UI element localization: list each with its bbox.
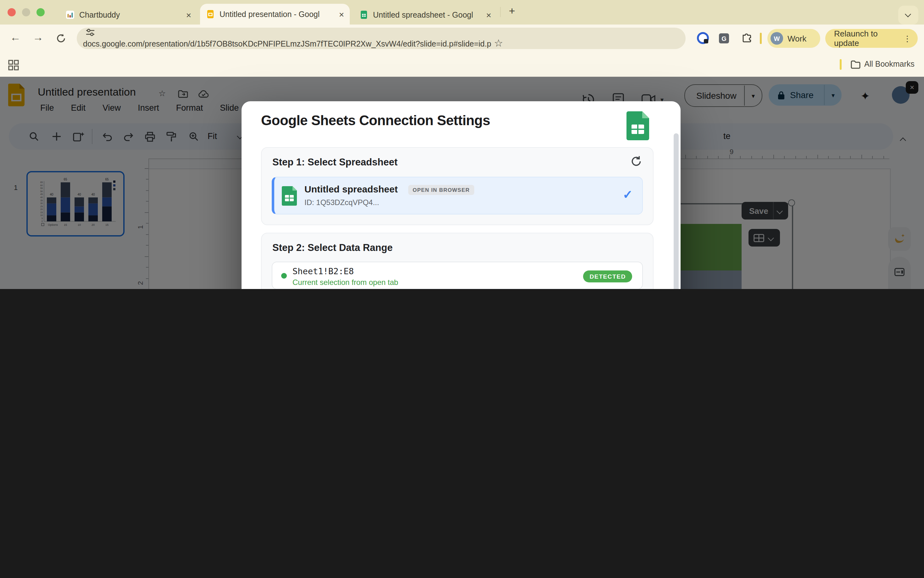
detected-badge: DETECTED: [583, 270, 632, 283]
range-note: Current selection from open tab: [292, 278, 398, 287]
status-dot-icon: [281, 273, 287, 279]
new-tab-button[interactable]: +: [509, 5, 515, 18]
extensions-puzzle-icon[interactable]: [741, 32, 753, 44]
spreadsheet-id: ID: 1Q53DZcqVPQ4...: [304, 198, 379, 207]
sheets-favicon-icon: [360, 11, 368, 19]
dialog-scrollbar[interactable]: [674, 133, 679, 289]
bookmarks-divider: [840, 59, 841, 70]
password-manager-icon[interactable]: [697, 32, 709, 44]
tab-spreadsheet[interactable]: Untitled spreadsheet - Googl ×: [354, 5, 497, 24]
bookmark-star-icon[interactable]: ☆: [494, 38, 503, 49]
selected-check-icon: ✓: [623, 187, 633, 202]
range-row[interactable]: Sheet1!B2:E8 Current selection from open…: [272, 261, 643, 289]
sheets-connection-dialog: Google Sheets Connection Settings Step 1…: [242, 101, 680, 289]
traffic-minimize-icon[interactable]: [22, 8, 30, 16]
step2-card: Step 2: Select Data Range Sheet1!B2:E8 C…: [261, 233, 654, 289]
step1-card: Step 1: Select Spreadsheet Untitled spre…: [261, 147, 654, 225]
bookmarks-bar: All Bookmarks: [0, 53, 924, 77]
tab-close-icon[interactable]: ×: [339, 9, 344, 19]
url-text: docs.google.com/presentation/d/1b5f7OB8t…: [83, 40, 491, 49]
reload-icon[interactable]: [55, 33, 67, 44]
apps-grid-icon[interactable]: [8, 60, 19, 70]
tab-chartbuddy[interactable]: Chartbuddy ×: [60, 5, 197, 24]
address-bar[interactable]: docs.google.com/presentation/d/1b5f7OB8t…: [77, 28, 685, 49]
tab-close-icon[interactable]: ×: [186, 10, 191, 20]
traffic-close-icon[interactable]: [8, 8, 16, 16]
spreadsheet-name: Untitled spreadsheet: [304, 183, 398, 194]
back-icon[interactable]: ←: [10, 31, 21, 44]
step1-heading: Step 1: Select Spreadsheet: [272, 157, 398, 168]
open-in-browser-badge: OPEN IN BROWSER: [408, 185, 474, 195]
relaunch-button[interactable]: Relaunch to update ⋮: [825, 29, 918, 48]
folder-icon: [850, 60, 861, 69]
dialog-title: Google Sheets Connection Settings: [261, 113, 490, 129]
refresh-icon[interactable]: [630, 155, 642, 167]
profile-label: Work: [788, 34, 806, 43]
step2-heading: Step 2: Select Data Range: [272, 242, 393, 253]
google-sheets-icon: [627, 111, 649, 140]
screen: Chartbuddy × Untitled presentation - Goo…: [0, 0, 924, 289]
relaunch-label: Relaunch to update: [834, 29, 903, 48]
forward-icon[interactable]: →: [33, 31, 44, 44]
all-bookmarks-button[interactable]: All Bookmarks: [864, 60, 914, 68]
tab-search-button[interactable]: [898, 6, 918, 24]
avatar: W: [771, 32, 783, 45]
toolbar-divider: [760, 33, 762, 44]
g-extension-icon[interactable]: G: [719, 33, 729, 44]
tab-presentation[interactable]: Untitled presentation - Googl ×: [200, 4, 350, 24]
site-settings-icon[interactable]: [86, 28, 95, 37]
traffic-zoom-icon[interactable]: [36, 8, 45, 16]
range-text: Sheet1!B2:E8: [292, 266, 354, 276]
tab-strip: Chartbuddy × Untitled presentation - Goo…: [0, 0, 924, 24]
tab-title: Untitled presentation - Googl: [219, 10, 333, 19]
tab-close-icon[interactable]: ×: [486, 10, 491, 20]
url-toolbar: ← → docs.google.com/presentation/d/1b5f7…: [0, 24, 924, 53]
spreadsheet-item[interactable]: Untitled spreadsheet OPEN IN BROWSER ID:…: [272, 177, 643, 214]
tab-divider: [500, 7, 501, 17]
chartbuddy-favicon-icon: [66, 11, 74, 19]
menu-dots-icon[interactable]: ⋮: [903, 34, 911, 43]
tab-title: Chartbuddy: [79, 10, 180, 19]
slides-favicon-icon: [206, 10, 214, 18]
sheets-file-icon: [282, 186, 297, 206]
profile-button[interactable]: W Work: [767, 29, 820, 48]
tab-title: Untitled spreadsheet - Googl: [373, 10, 481, 19]
